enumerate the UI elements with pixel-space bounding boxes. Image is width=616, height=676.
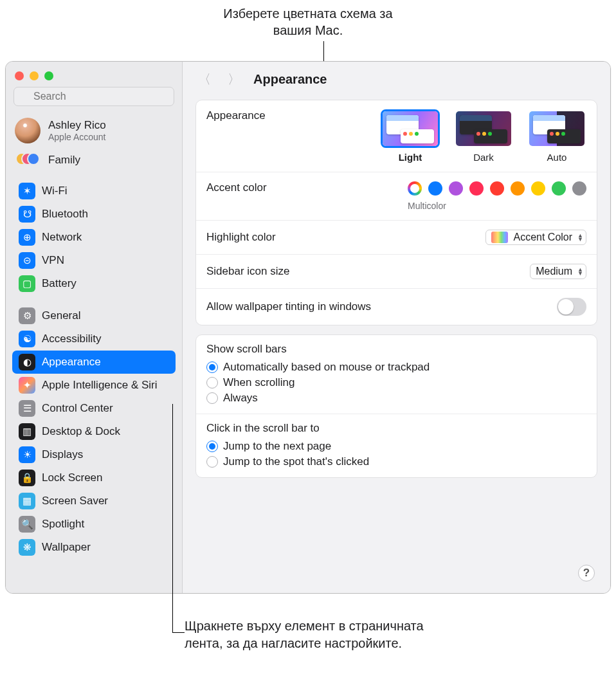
accent-row: Accent color Multicolor xyxy=(196,172,597,221)
sidebar-item-dock[interactable]: ▥Desktop & Dock xyxy=(12,420,176,443)
account-row[interactable]: Ashley Rico Apple Account xyxy=(6,113,182,149)
battery-icon: ▢ xyxy=(19,275,35,292)
dock-icon: ▥ xyxy=(19,423,35,440)
accent-gray[interactable] xyxy=(572,181,586,196)
accent-selected-name: Multicolor xyxy=(408,201,446,211)
sidebar-item-network[interactable]: ⊕Network xyxy=(12,226,176,249)
scrollbars-option-1[interactable]: When scrolling xyxy=(206,375,586,390)
highlight-label: Highlight color xyxy=(206,231,276,244)
vpn-icon: ⊝ xyxy=(19,252,35,269)
callout-bottom: Щракнете върху елемент в страничната лен… xyxy=(185,617,442,652)
scrollbars-title: Show scroll bars xyxy=(206,343,586,356)
tinting-label: Allow wallpaper tinting in windows xyxy=(206,300,371,313)
sidebar-size-popup[interactable]: Medium ▲▼ xyxy=(530,264,586,279)
accent-green[interactable] xyxy=(552,181,566,196)
accent-multi[interactable] xyxy=(408,181,422,196)
account-name: Ashley Rico xyxy=(48,119,106,132)
sidebar-item-label: Apple Intelligence & Siri xyxy=(42,379,158,392)
appearance-option-dark[interactable]: Dark xyxy=(454,109,513,163)
accent-red[interactable] xyxy=(490,181,504,196)
sidebar-item-label: Control Center xyxy=(42,402,113,415)
sidebar-item-label: Spotlight xyxy=(42,518,84,531)
appearance-thumb-dark xyxy=(454,109,513,148)
minimize-button[interactable] xyxy=(30,71,39,80)
general-icon: ⚙ xyxy=(19,307,35,324)
sidebar-item-label: Battery xyxy=(42,277,77,290)
sidebar-item-screensaver[interactable]: ▦Screen Saver xyxy=(12,489,176,513)
sidebar-item-spotlight[interactable]: 🔍Spotlight xyxy=(12,513,176,536)
radio-label: Jump to the spot that's clicked xyxy=(223,455,369,468)
accent-blue[interactable] xyxy=(428,181,442,196)
help-button[interactable]: ? xyxy=(578,565,595,581)
sidebar-item-appearance[interactable]: ◐Appearance xyxy=(12,351,176,374)
lock-icon: 🔒 xyxy=(19,470,35,486)
radio-icon xyxy=(206,392,218,404)
appearance-option-light[interactable]: Light xyxy=(381,109,440,163)
network-icon: ⊕ xyxy=(19,229,35,246)
sidebar-item-battery[interactable]: ▢Battery xyxy=(12,272,176,295)
scrollclick-option-1[interactable]: Jump to the spot that's clicked xyxy=(206,454,586,470)
sidebar-item-vpn[interactable]: ⊝VPN xyxy=(12,249,176,272)
highlight-popup[interactable]: Accent Color ▲▼ xyxy=(485,230,586,245)
sidebar-item-wallpaper[interactable]: ❋Wallpaper xyxy=(12,536,176,559)
tinting-row: Allow wallpaper tinting in windows xyxy=(196,289,597,325)
sidebar-item-displays[interactable]: ☀Displays xyxy=(12,443,176,466)
scrollclick-title: Click in the scroll bar to xyxy=(206,422,586,435)
scrollbars-option-0[interactable]: Automatically based on mouse or trackpad xyxy=(206,360,586,375)
radio-label: When scrolling xyxy=(223,376,295,389)
main-pane: 〈 〉 Appearance Appearance LightDarkAuto … xyxy=(183,62,610,593)
accent-orange[interactable] xyxy=(511,181,525,196)
close-button[interactable] xyxy=(15,71,24,80)
appearance-thumb-auto xyxy=(527,109,586,148)
sidebar-item-wifi[interactable]: ✶Wi-Fi xyxy=(12,179,176,203)
sidebar-item-label: Lock Screen xyxy=(42,471,103,484)
appearance-icon: ◐ xyxy=(19,354,35,370)
highlight-swatch-icon xyxy=(491,232,508,243)
back-button[interactable]: 〈 xyxy=(194,69,215,89)
sidebar-size-value: Medium xyxy=(536,266,572,277)
sidebar-item-label: VPN xyxy=(42,254,64,267)
appearance-option-label: Light xyxy=(399,152,422,163)
sidebar-item-label: Bluetooth xyxy=(42,208,88,221)
appearance-option-auto[interactable]: Auto xyxy=(527,109,586,163)
chevron-updown-icon: ▲▼ xyxy=(577,233,583,241)
callout-top: Изберете цветната схема за вашия Mac. xyxy=(219,5,397,39)
displays-icon: ☀ xyxy=(19,446,35,463)
maximize-button[interactable] xyxy=(44,71,53,80)
radio-label: Jump to the next page xyxy=(223,440,331,453)
scrollbars-option-2[interactable]: Always xyxy=(206,390,586,406)
tinting-toggle[interactable] xyxy=(557,298,586,316)
avatar xyxy=(15,118,41,143)
sidebar-item-lock[interactable]: 🔒Lock Screen xyxy=(12,466,176,489)
sidebar-item-label: Accessibility xyxy=(42,333,102,345)
highlight-row: Highlight color Accent Color ▲▼ xyxy=(196,221,597,255)
page-title: Appearance xyxy=(253,72,327,87)
radio-icon xyxy=(206,361,218,373)
accent-purple[interactable] xyxy=(449,181,463,196)
callout-bottom-line xyxy=(172,404,185,633)
sidebar-item-bluetooth[interactable]: ☋Bluetooth xyxy=(12,203,176,226)
sidebar-item-general[interactable]: ⚙General xyxy=(12,304,176,327)
scrollclick-option-0[interactable]: Jump to the next page xyxy=(206,439,586,454)
appearance-option-label: Auto xyxy=(547,152,567,163)
family-row[interactable]: Family xyxy=(6,149,182,177)
sidebar-item-accessibility[interactable]: ☯Accessibility xyxy=(12,327,176,351)
sidebar-item-label: General xyxy=(42,309,80,322)
accent-pink[interactable] xyxy=(469,181,484,196)
sidebar: 🔍 Ashley Rico Apple Account Family ✶Wi-F… xyxy=(6,62,183,593)
sidebar-item-control-center[interactable]: ☰Control Center xyxy=(12,397,176,420)
sidebar-item-label: Desktop & Dock xyxy=(42,425,120,438)
accessibility-icon: ☯ xyxy=(19,331,35,347)
bluetooth-icon: ☋ xyxy=(19,206,35,223)
family-label: Family xyxy=(48,154,80,167)
wifi-icon: ✶ xyxy=(19,183,35,199)
forward-button[interactable]: 〉 xyxy=(224,69,244,89)
sidebar-item-ai[interactable]: ✦Apple Intelligence & Siri xyxy=(12,374,176,397)
search-input[interactable] xyxy=(14,87,174,106)
sidebar-item-label: Wallpaper xyxy=(42,541,91,554)
chevron-updown-icon: ▲▼ xyxy=(577,268,583,275)
accent-yellow[interactable] xyxy=(531,181,545,196)
appearance-label: Appearance xyxy=(206,109,266,122)
scrollclick-group: Click in the scroll bar to Jump to the n… xyxy=(196,414,597,477)
radio-label: Automatically based on mouse or trackpad xyxy=(223,361,430,374)
